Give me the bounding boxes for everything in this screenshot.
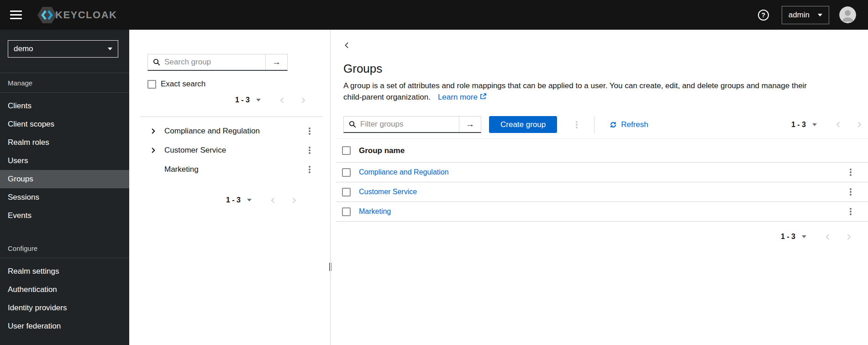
- exact-search-label: Exact search: [161, 80, 205, 89]
- pagination-options-caret[interactable]: [812, 123, 817, 126]
- table-row: Compliance and Regulation: [336, 163, 868, 182]
- prev-page-button[interactable]: [270, 197, 276, 203]
- tree-pagination-top: 1 - 3: [129, 96, 306, 104]
- next-page-button[interactable]: [291, 197, 297, 203]
- sidebar-item-authentication[interactable]: Authentication: [0, 281, 129, 299]
- chevron-right-icon[interactable]: [151, 128, 157, 134]
- sidebar-item-groups[interactable]: Groups: [0, 170, 129, 188]
- panel-resize-handle[interactable]: [328, 263, 332, 271]
- prev-page-button[interactable]: [279, 97, 285, 103]
- select-all-checkbox[interactable]: [342, 146, 351, 155]
- prev-page-button[interactable]: [835, 122, 841, 127]
- sidebar-item-users[interactable]: Users: [0, 152, 129, 170]
- group-link[interactable]: Compliance and Regulation: [359, 168, 449, 176]
- learn-more-link[interactable]: Learn more: [438, 93, 486, 101]
- sidebar-section-manage: Manage: [0, 73, 129, 92]
- sidebar-item-identity-providers[interactable]: Identity providers: [0, 299, 129, 317]
- avatar[interactable]: [839, 6, 856, 23]
- filter-submit-button[interactable]: →: [459, 117, 481, 132]
- sidebar-item-client-scopes[interactable]: Client scopes: [0, 115, 129, 133]
- column-header-group-name: Group name: [359, 146, 405, 155]
- keycloak-logo-icon: [37, 5, 58, 25]
- manage-nav: Clients Client scopes Realm roles Users …: [0, 93, 129, 225]
- row-kebab-icon[interactable]: [848, 167, 853, 177]
- pagination-range: 1 - 3: [235, 96, 250, 104]
- search-icon: [148, 54, 160, 70]
- keycloak-logo[interactable]: KEYCLOAK: [37, 5, 117, 25]
- sidebar-item-clients[interactable]: Clients: [0, 97, 129, 115]
- chevron-left-icon: [343, 42, 350, 48]
- toolbar-kebab-icon[interactable]: [574, 120, 579, 130]
- arrow-right-icon: →: [466, 119, 474, 129]
- tree-item-label: Marketing: [164, 165, 199, 174]
- row-checkbox[interactable]: [342, 168, 351, 177]
- row-checkbox[interactable]: [342, 207, 351, 216]
- kebab-menu-icon[interactable]: [307, 165, 312, 175]
- caret-down-icon: [818, 14, 822, 16]
- pagination-range: 1 - 3: [226, 196, 241, 204]
- chevron-right-icon[interactable]: [151, 148, 157, 153]
- groups-main-panel: Groups A group is a set of attributes an…: [331, 30, 868, 345]
- sidebar-item-realm-roles[interactable]: Realm roles: [0, 133, 129, 152]
- tree-item-marketing[interactable]: Marketing: [129, 160, 330, 179]
- next-page-button[interactable]: [846, 234, 852, 240]
- search-submit-button[interactable]: →: [265, 54, 287, 70]
- tree-divider: [140, 117, 323, 117]
- table-pagination-bottom: 1 - 3: [331, 233, 852, 241]
- row-kebab-icon[interactable]: [848, 187, 853, 197]
- brand-name: KEYCLOAK: [55, 9, 117, 21]
- tree-item-label: Compliance and Regulation: [164, 127, 260, 136]
- table-row: Marketing: [336, 202, 868, 222]
- group-tree-list: Compliance and Regulation Customer Servi…: [129, 122, 330, 179]
- sidebar-item-realm-settings[interactable]: Realm settings: [0, 262, 129, 281]
- table-header-row: Group name: [336, 139, 868, 163]
- realm-selector[interactable]: demo: [8, 40, 118, 58]
- description-line-2: child-parent organization.: [343, 93, 431, 101]
- hamburger-menu-button[interactable]: [10, 11, 22, 19]
- next-page-button[interactable]: [300, 97, 306, 103]
- tree-pagination-bottom: 1 - 3: [129, 196, 297, 204]
- sidebar-item-user-federation[interactable]: User federation: [0, 317, 129, 335]
- help-icon[interactable]: ?: [758, 10, 769, 21]
- row-kebab-icon[interactable]: [848, 207, 853, 217]
- pagination-options-caret[interactable]: [247, 199, 252, 202]
- table-row: Customer Service: [336, 182, 868, 202]
- page-title: Groups: [343, 62, 868, 76]
- create-group-button[interactable]: Create group: [489, 116, 557, 133]
- top-bar: KEYCLOAK ? admin: [0, 0, 868, 30]
- collapse-panel-chevron[interactable]: [343, 42, 350, 48]
- filter-groups-input[interactable]: [356, 117, 459, 132]
- user-menu-label: admin: [789, 11, 810, 20]
- description-line-1: A group is a set of attributes and role …: [343, 81, 807, 90]
- prev-page-button[interactable]: [825, 234, 831, 240]
- kebab-menu-icon[interactable]: [307, 145, 312, 155]
- toolbar-separator: [594, 116, 594, 133]
- row-checkbox[interactable]: [342, 188, 351, 196]
- user-menu-dropdown[interactable]: admin: [782, 6, 829, 24]
- exact-search-checkbox[interactable]: [147, 80, 156, 89]
- sidebar-section-configure: Configure: [0, 239, 129, 258]
- pagination-range: 1 - 3: [781, 233, 795, 241]
- external-link-icon: [480, 93, 486, 100]
- pagination-options-caret[interactable]: [802, 235, 806, 238]
- sidebar-item-sessions[interactable]: Sessions: [0, 188, 129, 207]
- kebab-menu-icon[interactable]: [307, 126, 312, 136]
- refresh-label: Refresh: [621, 120, 648, 129]
- group-link[interactable]: Customer Service: [359, 188, 417, 196]
- pagination-range: 1 - 3: [791, 121, 806, 129]
- search-group-input[interactable]: [160, 54, 265, 70]
- refresh-button[interactable]: Refresh: [610, 120, 648, 129]
- avatar-icon: [839, 6, 856, 23]
- filter-groups-group: →: [343, 116, 481, 133]
- help-glyph: ?: [761, 11, 765, 19]
- tree-item-customer-service[interactable]: Customer Service: [129, 141, 330, 160]
- arrow-right-icon: →: [272, 57, 281, 67]
- next-page-button[interactable]: [857, 122, 863, 127]
- group-tree-panel: → Exact search 1 - 3 Compliance and Re: [129, 30, 331, 345]
- pagination-options-caret[interactable]: [256, 99, 261, 101]
- group-link[interactable]: Marketing: [359, 207, 391, 216]
- tree-item-compliance-and-regulation[interactable]: Compliance and Regulation: [129, 122, 330, 141]
- page-description: A group is a set of attributes and role …: [343, 80, 868, 103]
- realm-selector-value: demo: [14, 44, 33, 53]
- sidebar-item-events[interactable]: Events: [0, 207, 129, 225]
